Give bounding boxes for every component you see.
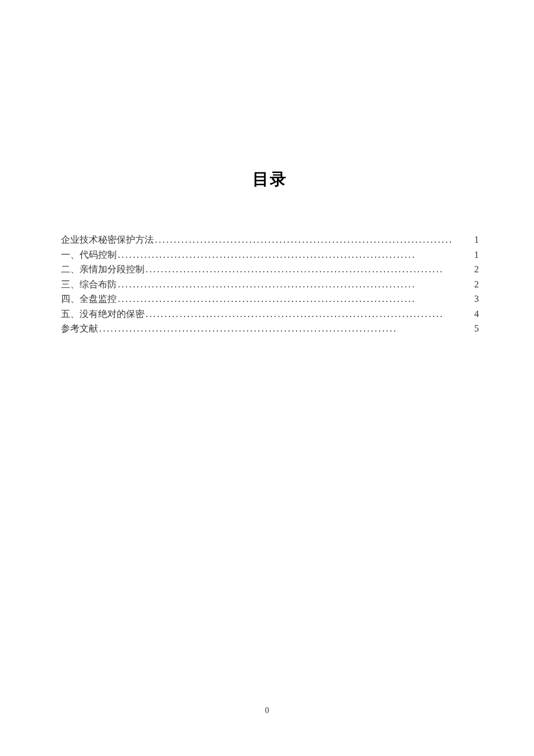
toc-entry: 四、全盘监控 .................................… [61,291,479,307]
document-page: 目录 企业技术秘密保护方法 ..........................… [0,0,534,336]
toc-leader-dots: ........................................… [145,262,474,277]
toc-entry-label: 四、全盘监控 [61,291,117,307]
toc-leader-dots: ........................................… [145,307,474,322]
toc-entry-label: 二、亲情加分段控制 [61,262,145,277]
toc-leader-dots: ........................................… [154,232,474,247]
toc-entry-label: 参考文献 [61,321,98,336]
toc-entry-page: 2 [474,277,479,292]
page-number: 0 [0,706,534,715]
toc-entry-page: 1 [474,247,479,262]
toc-entry-page: 2 [474,262,479,277]
toc-leader-dots: ........................................… [98,321,474,336]
toc-entry: 五、没有绝对的保密 ..............................… [61,307,479,322]
toc-list: 企业技术秘密保护方法 .............................… [61,232,479,336]
toc-entry: 三、综合布防 .................................… [61,277,479,292]
toc-entry-label: 企业技术秘密保护方法 [61,232,154,247]
toc-leader-dots: ........................................… [117,247,474,262]
toc-entry: 参考文献 ...................................… [61,321,479,336]
toc-entry-page: 5 [474,321,479,336]
toc-leader-dots: ........................................… [117,291,474,307]
toc-leader-dots: ........................................… [117,277,474,292]
toc-entry: 企业技术秘密保护方法 .............................… [61,232,479,247]
toc-title: 目录 [61,168,479,190]
toc-entry-page: 1 [474,232,479,247]
toc-entry-label: 五、没有绝对的保密 [61,307,145,322]
toc-entry-label: 一、代码控制 [61,247,117,262]
toc-entry-page: 4 [474,307,479,322]
toc-entry-page: 3 [474,291,479,307]
toc-entry-label: 三、综合布防 [61,277,117,292]
toc-entry: 一、代码控制 .................................… [61,247,479,262]
toc-entry: 二、亲情加分段控制 ..............................… [61,262,479,277]
